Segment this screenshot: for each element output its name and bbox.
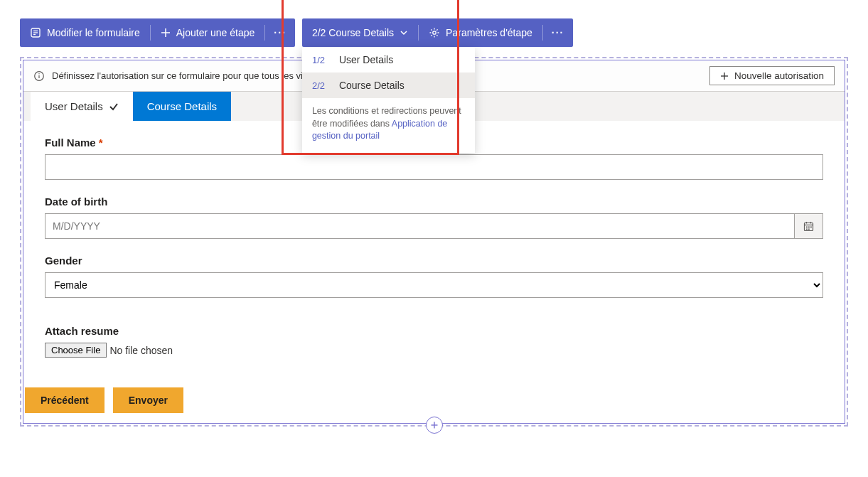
svg-rect-16: [806, 226, 808, 227]
edit-form-label: Modifier le formulaire: [47, 27, 140, 38]
toolbar1-more-button[interactable]: ···: [265, 18, 295, 47]
svg-point-6: [433, 31, 436, 34]
svg-rect-18: [810, 226, 812, 227]
file-status-text: No file chosen: [109, 345, 173, 356]
more-icon: ···: [552, 27, 564, 38]
required-asterisk: *: [99, 136, 103, 149]
info-icon: [33, 70, 45, 82]
full-name-input[interactable]: [45, 154, 823, 180]
dropdown-item-label: Course Details: [339, 80, 404, 91]
dob-input[interactable]: [45, 213, 795, 239]
dropdown-item-course-details[interactable]: 2/2 Course Details: [302, 73, 475, 98]
toolbar-step: 2/2 Course Details Paramètres d'étape ··…: [302, 18, 573, 47]
dropdown-item-num: 2/2: [312, 80, 329, 91]
new-authorization-button[interactable]: Nouvelle autorisation: [709, 66, 835, 85]
svg-rect-19: [806, 228, 808, 230]
form-icon: [30, 27, 41, 38]
dropdown-item-num: 1/2: [312, 55, 329, 65]
previous-button[interactable]: Précédent: [25, 387, 105, 413]
svg-point-9: [38, 73, 39, 74]
date-picker-button[interactable]: [795, 213, 823, 239]
tab-label: User Details: [45, 100, 103, 112]
tab-label: Course Details: [147, 100, 217, 112]
new-authorization-label: Nouvelle autorisation: [734, 70, 824, 81]
step-indicator-dropdown[interactable]: 2/2 Course Details: [302, 18, 418, 47]
tab-user-details[interactable]: User Details: [31, 92, 133, 121]
dropdown-item-user-details[interactable]: 1/2 User Details: [302, 47, 475, 73]
dropdown-item-label: User Details: [339, 54, 393, 65]
step-settings-label: Paramètres d'étape: [446, 27, 532, 38]
field-gender: Gender Female: [45, 254, 823, 298]
gender-label: Gender: [45, 254, 823, 267]
step-settings-button[interactable]: Paramètres d'étape: [419, 18, 542, 47]
field-dob: Date of birth: [45, 195, 823, 239]
toolbar-form: Modifier le formulaire Ajouter une étape…: [20, 18, 295, 47]
add-step-label: Ajouter une étape: [176, 27, 255, 38]
add-step-button[interactable]: Ajouter une étape: [151, 18, 265, 47]
more-icon: ···: [274, 27, 286, 38]
chevron-down-icon: [400, 28, 408, 37]
edit-form-button[interactable]: Modifier le formulaire: [20, 18, 150, 47]
plus-icon: [720, 72, 729, 80]
calendar-icon: [803, 221, 814, 232]
gender-select[interactable]: Female: [45, 272, 823, 298]
choose-file-button[interactable]: Choose File: [45, 343, 107, 358]
gear-icon: [429, 27, 440, 38]
check-icon: [109, 102, 119, 112]
step-indicator-label: 2/2 Course Details: [312, 27, 394, 38]
tab-course-details[interactable]: Course Details: [133, 92, 231, 121]
submit-button[interactable]: Envoyer: [113, 387, 183, 413]
dob-label: Date of birth: [45, 195, 823, 208]
attach-resume-label: Attach resume: [45, 325, 823, 337]
svg-rect-20: [808, 228, 810, 230]
dropdown-footer: Les conditions et redirections peuvent ê…: [302, 98, 475, 143]
step-dropdown-panel: 1/2 User Details 2/2 Course Details Les …: [302, 47, 475, 153]
plus-icon: [430, 421, 439, 429]
plus-icon: [161, 28, 171, 38]
form-area: Full Name * Date of birth: [23, 121, 845, 382]
toolbar2-more-button[interactable]: ···: [543, 18, 573, 47]
svg-rect-17: [808, 226, 810, 227]
add-section-button[interactable]: [426, 417, 443, 434]
field-attach-resume: Attach resume Choose File No file chosen: [45, 325, 823, 358]
permission-info-text: Définissez l'autorisation sur ce formula…: [52, 70, 338, 81]
